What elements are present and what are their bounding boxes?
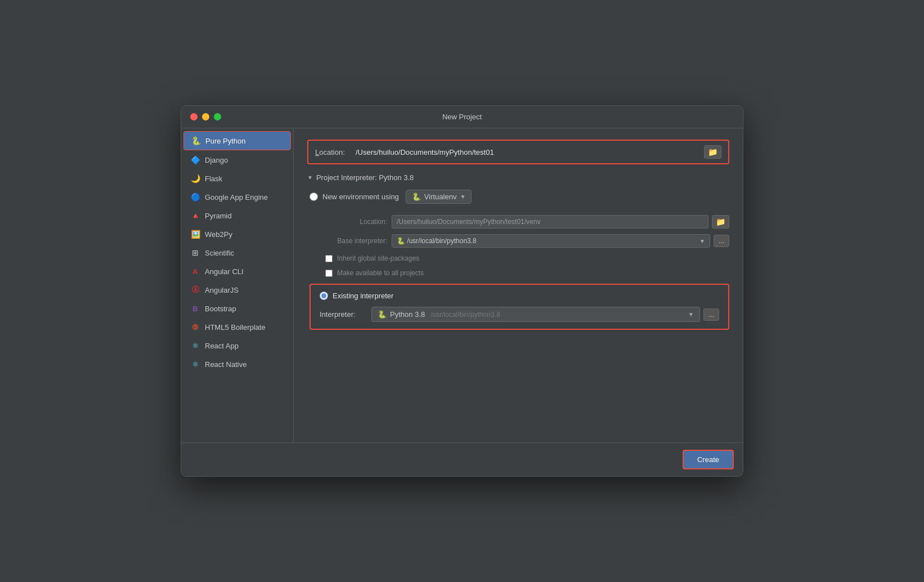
new-project-window: New Project 🐍 Pure Python 🔷 Django 🌙 Fla… <box>181 105 743 477</box>
base-interp-select[interactable]: 🐍 /usr/local/bin/python3.8 ▼ <box>392 234 710 248</box>
main-panel: Location: 📁 ▼ Project Interpreter: Pytho… <box>294 128 743 442</box>
collapse-triangle-icon: ▼ <box>307 174 313 181</box>
sidebar-label-google: Google App Engine <box>205 193 268 202</box>
location-folder-button[interactable]: 📁 <box>704 145 721 159</box>
existing-interpreter-section: Existing interpreter Interpreter: 🐍 Pyth… <box>310 284 729 330</box>
new-env-sub-fields: Location: 📁 Base interpreter: <box>310 215 729 248</box>
location-input[interactable] <box>356 148 697 156</box>
sidebar-label-html5: HTML5 Boilerplate <box>205 323 266 332</box>
base-interp-dots-button[interactable]: ... <box>714 235 729 247</box>
react-native-icon: ⚛ <box>190 359 200 369</box>
google-icon: 🔵 <box>190 192 200 202</box>
flask-icon: 🌙 <box>190 173 200 183</box>
sidebar-label-web2py: Web2Py <box>205 230 232 239</box>
existing-interp-label: Existing interpreter <box>333 292 393 300</box>
inherit-label: Inherit global site-packages <box>337 254 419 262</box>
bootstrap-icon: B <box>190 303 200 314</box>
make-avail-checkbox-row: Make available to all projects <box>310 269 729 277</box>
sub-location-input-wrap: 📁 <box>392 215 729 229</box>
sub-location-label: Location: <box>325 218 387 226</box>
scientific-icon: ⊞ <box>190 248 200 258</box>
virtualenv-dropdown[interactable]: 🐍 Virtualenv ▼ <box>406 190 472 204</box>
base-interp-value: /usr/local/bin/python3.8 <box>407 237 476 245</box>
web2py-icon: 🖼️ <box>190 229 200 239</box>
sidebar-label-django: Django <box>205 156 228 164</box>
sub-location-folder-button[interactable]: 📁 <box>712 215 729 229</box>
interpreter-section: ▼ Project Interpreter: Python 3.8 New en… <box>307 173 729 330</box>
create-button[interactable]: Create <box>683 450 734 469</box>
new-env-label: New environment using <box>322 192 399 201</box>
sidebar-item-scientific[interactable]: ⊞ Scientific <box>183 244 291 262</box>
base-interp-label: Base interpreter: <box>325 237 387 245</box>
sidebar-item-pyramid[interactable]: 🔺 Pyramid <box>183 207 291 225</box>
maximize-button[interactable] <box>214 113 221 120</box>
sidebar-label-angular-cli: Angular CLI <box>205 267 244 276</box>
sub-location-input[interactable] <box>392 215 708 229</box>
sidebar-label-angularjs: AngularJS <box>205 286 239 294</box>
sidebar-item-flask[interactable]: 🌙 Flask <box>183 169 291 187</box>
dropdown-arrow-icon: ▼ <box>460 194 465 200</box>
footer: Create <box>181 442 743 476</box>
angular-cli-icon: A <box>190 266 200 276</box>
sidebar-label-react-app: React App <box>205 342 239 350</box>
interp-name: Python 3.8 <box>390 310 425 319</box>
base-interp-input-wrap: 🐍 /usr/local/bin/python3.8 ▼ ... <box>392 234 729 248</box>
interp-select-wrap: 🐍 Python 3.8 /usr/local/bin/python3.8 ▼ … <box>371 307 719 322</box>
inherit-checkbox[interactable] <box>325 255 333 262</box>
minimize-button[interactable] <box>202 113 209 120</box>
sidebar: 🐍 Pure Python 🔷 Django 🌙 Flask 🔵 Google … <box>181 128 294 442</box>
sidebar-item-pure-python[interactable]: 🐍 Pure Python <box>183 131 291 150</box>
react-app-icon: ⚛ <box>190 341 200 351</box>
angularjs-icon: Ⓐ <box>190 285 200 295</box>
new-env-radio[interactable] <box>310 192 318 201</box>
pyramid-icon: 🔺 <box>190 211 200 221</box>
base-interp-row: Base interpreter: 🐍 /usr/local/bin/pytho… <box>325 234 729 248</box>
interp-select-left: 🐍 Python 3.8 /usr/local/bin/python3.8 <box>378 310 500 319</box>
interpreter-section-label: Project Interpreter: Python 3.8 <box>316 173 414 182</box>
interp-dots-button[interactable]: ... <box>703 308 719 321</box>
sub-location-row: Location: 📁 <box>325 215 729 229</box>
base-interp-dropdown-arrow-icon: ▼ <box>699 238 705 244</box>
make-avail-checkbox[interactable] <box>325 270 333 277</box>
sidebar-item-angularjs[interactable]: Ⓐ AngularJS <box>183 281 291 299</box>
sidebar-item-angular-cli[interactable]: A Angular CLI <box>183 262 291 280</box>
sidebar-label-react-native: React Native <box>205 360 246 369</box>
sidebar-item-react-app[interactable]: ⚛ React App <box>183 337 291 355</box>
python-env-icon: 🐍 <box>412 192 421 201</box>
django-icon: 🔷 <box>190 155 200 165</box>
make-avail-label: Make available to all projects <box>337 269 424 277</box>
sidebar-item-google-app-engine[interactable]: 🔵 Google App Engine <box>183 188 291 206</box>
existing-interp-radio[interactable] <box>320 292 328 300</box>
interpreter-dropdown[interactable]: 🐍 Python 3.8 /usr/local/bin/python3.8 ▼ <box>371 307 700 322</box>
radio-group: New environment using 🐍 Virtualenv ▼ Loc… <box>307 190 729 330</box>
content-area: 🐍 Pure Python 🔷 Django 🌙 Flask 🔵 Google … <box>181 128 743 442</box>
base-interp-py-icon: 🐍 <box>397 237 405 245</box>
sidebar-label-bootstrap: Bootstrap <box>205 305 236 313</box>
sidebar-item-react-native[interactable]: ⚛ React Native <box>183 355 291 373</box>
sidebar-label-scientific: Scientific <box>205 249 234 257</box>
python-icon: 🐍 <box>191 136 201 146</box>
base-interp-left: 🐍 /usr/local/bin/python3.8 <box>397 237 477 245</box>
inherit-checkbox-row: Inherit global site-packages <box>310 254 729 262</box>
sidebar-item-html5-boilerplate[interactable]: ⑤ HTML5 Boilerplate <box>183 318 291 336</box>
interp-dropdown-arrow-icon: ▼ <box>688 311 694 317</box>
interp-label: Interpreter: <box>320 310 365 319</box>
interp-path: /usr/local/bin/python3.8 <box>430 311 500 319</box>
titlebar: New Project <box>181 106 743 128</box>
close-button[interactable] <box>190 113 198 120</box>
existing-radio-row: Existing interpreter <box>320 292 719 300</box>
window-title: New Project <box>442 113 482 121</box>
sidebar-item-web2py[interactable]: 🖼️ Web2Py <box>183 225 291 243</box>
location-label: Location: <box>315 148 349 156</box>
sidebar-label-pure-python: Pure Python <box>205 137 246 145</box>
sidebar-item-bootstrap[interactable]: B Bootstrap <box>183 299 291 317</box>
location-row: Location: 📁 <box>307 140 729 164</box>
sidebar-item-django[interactable]: 🔷 Django <box>183 151 291 169</box>
new-env-radio-row: New environment using 🐍 Virtualenv ▼ <box>310 190 729 204</box>
html5-icon: ⑤ <box>190 322 200 332</box>
section-header[interactable]: ▼ Project Interpreter: Python 3.8 <box>307 173 729 182</box>
sidebar-label-pyramid: Pyramid <box>205 212 232 220</box>
virtualenv-label: Virtualenv <box>424 192 457 201</box>
window-controls <box>190 113 221 120</box>
interpreter-select-row: Interpreter: 🐍 Python 3.8 /usr/local/bin… <box>320 307 719 322</box>
